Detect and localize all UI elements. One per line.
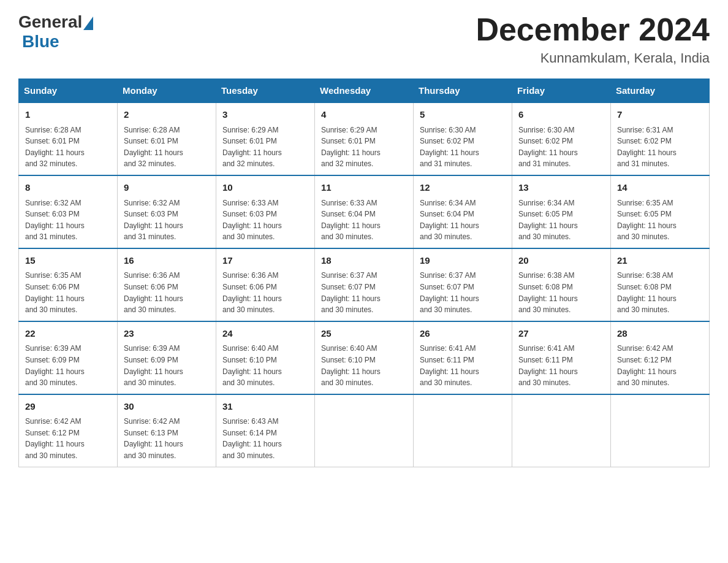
calendar-cell: 25Sunrise: 6:40 AMSunset: 6:10 PMDayligh… (315, 321, 414, 394)
calendar-cell: 27Sunrise: 6:41 AMSunset: 6:11 PMDayligh… (512, 321, 611, 394)
calendar-cell (414, 394, 512, 467)
calendar-cell: 13Sunrise: 6:34 AMSunset: 6:05 PMDayligh… (512, 175, 611, 248)
day-info: Sunrise: 6:34 AMSunset: 6:04 PMDaylight:… (420, 197, 506, 243)
calendar-cell: 19Sunrise: 6:37 AMSunset: 6:07 PMDayligh… (414, 248, 512, 321)
day-info: Sunrise: 6:33 AMSunset: 6:04 PMDaylight:… (321, 197, 407, 243)
month-title: December 2024 (476, 12, 710, 47)
calendar-cell: 29Sunrise: 6:42 AMSunset: 6:12 PMDayligh… (19, 394, 118, 467)
calendar-cell: 11Sunrise: 6:33 AMSunset: 6:04 PMDayligh… (315, 175, 414, 248)
day-number: 10 (222, 181, 308, 195)
calendar-cell: 31Sunrise: 6:43 AMSunset: 6:14 PMDayligh… (216, 394, 315, 467)
calendar-cell: 6Sunrise: 6:30 AMSunset: 6:02 PMDaylight… (512, 102, 611, 175)
weekday-header-thursday: Thursday (414, 79, 512, 103)
logo: General Blue (18, 12, 94, 52)
day-info: Sunrise: 6:36 AMSunset: 6:06 PMDaylight:… (222, 270, 308, 315)
logo-triangle-icon (83, 17, 93, 30)
calendar-week-row-3: 15Sunrise: 6:35 AMSunset: 6:06 PMDayligh… (19, 248, 710, 321)
day-info: Sunrise: 6:32 AMSunset: 6:03 PMDaylight:… (124, 197, 210, 243)
day-number: 29 (25, 400, 111, 414)
day-number: 24 (222, 327, 308, 341)
calendar-cell: 30Sunrise: 6:42 AMSunset: 6:13 PMDayligh… (118, 394, 216, 467)
day-info: Sunrise: 6:38 AMSunset: 6:08 PMDaylight:… (518, 270, 604, 315)
day-number: 15 (25, 254, 111, 268)
day-number: 13 (518, 181, 604, 195)
calendar-cell: 17Sunrise: 6:36 AMSunset: 6:06 PMDayligh… (216, 248, 315, 321)
day-number: 5 (420, 108, 506, 122)
day-info: Sunrise: 6:42 AMSunset: 6:13 PMDaylight:… (124, 416, 210, 461)
calendar-cell (315, 394, 414, 467)
day-info: Sunrise: 6:35 AMSunset: 6:05 PMDaylight:… (617, 197, 703, 243)
day-info: Sunrise: 6:31 AMSunset: 6:02 PMDaylight:… (617, 124, 703, 170)
day-number: 23 (124, 327, 210, 341)
day-info: Sunrise: 6:36 AMSunset: 6:06 PMDaylight:… (124, 270, 210, 315)
day-number: 16 (124, 254, 210, 268)
day-number: 19 (420, 254, 506, 268)
day-info: Sunrise: 6:33 AMSunset: 6:03 PMDaylight:… (222, 197, 308, 243)
day-info: Sunrise: 6:30 AMSunset: 6:02 PMDaylight:… (420, 124, 506, 170)
calendar-week-row-2: 8Sunrise: 6:32 AMSunset: 6:03 PMDaylight… (19, 175, 710, 248)
day-number: 14 (617, 181, 703, 195)
calendar-cell: 12Sunrise: 6:34 AMSunset: 6:04 PMDayligh… (414, 175, 512, 248)
day-info: Sunrise: 6:30 AMSunset: 6:02 PMDaylight:… (518, 124, 604, 170)
day-number: 3 (222, 108, 308, 122)
calendar-cell: 7Sunrise: 6:31 AMSunset: 6:02 PMDaylight… (611, 102, 710, 175)
weekday-header-row: SundayMondayTuesdayWednesdayThursdayFrid… (19, 79, 710, 103)
day-number: 8 (25, 181, 111, 195)
calendar-cell: 18Sunrise: 6:37 AMSunset: 6:07 PMDayligh… (315, 248, 414, 321)
calendar-cell: 28Sunrise: 6:42 AMSunset: 6:12 PMDayligh… (611, 321, 710, 394)
day-info: Sunrise: 6:32 AMSunset: 6:03 PMDaylight:… (25, 197, 111, 243)
calendar-cell: 14Sunrise: 6:35 AMSunset: 6:05 PMDayligh… (611, 175, 710, 248)
day-info: Sunrise: 6:39 AMSunset: 6:09 PMDaylight:… (25, 343, 111, 388)
calendar-table: SundayMondayTuesdayWednesdayThursdayFrid… (18, 79, 710, 467)
day-number: 25 (321, 327, 407, 341)
logo-general-text: General (18, 12, 82, 32)
calendar-week-row-1: 1Sunrise: 6:28 AMSunset: 6:01 PMDaylight… (19, 102, 710, 175)
calendar-cell: 2Sunrise: 6:28 AMSunset: 6:01 PMDaylight… (118, 102, 216, 175)
day-info: Sunrise: 6:37 AMSunset: 6:07 PMDaylight:… (321, 270, 407, 315)
day-number: 26 (420, 327, 506, 341)
calendar-cell: 4Sunrise: 6:29 AMSunset: 6:01 PMDaylight… (315, 102, 414, 175)
day-number: 22 (25, 327, 111, 341)
day-number: 11 (321, 181, 407, 195)
calendar-cell: 21Sunrise: 6:38 AMSunset: 6:08 PMDayligh… (611, 248, 710, 321)
calendar-cell: 16Sunrise: 6:36 AMSunset: 6:06 PMDayligh… (118, 248, 216, 321)
day-info: Sunrise: 6:41 AMSunset: 6:11 PMDaylight:… (518, 343, 604, 388)
logo-blue-text: Blue (22, 32, 59, 51)
day-number: 27 (518, 327, 604, 341)
day-number: 7 (617, 108, 703, 122)
day-info: Sunrise: 6:35 AMSunset: 6:06 PMDaylight:… (25, 270, 111, 315)
day-number: 9 (124, 181, 210, 195)
weekday-header-wednesday: Wednesday (315, 79, 414, 103)
day-info: Sunrise: 6:40 AMSunset: 6:10 PMDaylight:… (321, 343, 407, 388)
day-number: 4 (321, 108, 407, 122)
calendar-cell: 15Sunrise: 6:35 AMSunset: 6:06 PMDayligh… (19, 248, 118, 321)
day-number: 30 (124, 400, 210, 414)
day-info: Sunrise: 6:39 AMSunset: 6:09 PMDaylight:… (124, 343, 210, 388)
page-header: General Blue December 2024 Kunnamkulam, … (18, 12, 710, 66)
weekday-header-monday: Monday (118, 79, 216, 103)
day-info: Sunrise: 6:37 AMSunset: 6:07 PMDaylight:… (420, 270, 506, 315)
day-info: Sunrise: 6:40 AMSunset: 6:10 PMDaylight:… (222, 343, 308, 388)
calendar-cell (611, 394, 710, 467)
calendar-cell: 1Sunrise: 6:28 AMSunset: 6:01 PMDaylight… (19, 102, 118, 175)
day-info: Sunrise: 6:43 AMSunset: 6:14 PMDaylight:… (222, 416, 308, 461)
weekday-header-saturday: Saturday (611, 79, 710, 103)
weekday-header-friday: Friday (512, 79, 611, 103)
day-number: 12 (420, 181, 506, 195)
weekday-header-tuesday: Tuesday (216, 79, 315, 103)
calendar-cell: 8Sunrise: 6:32 AMSunset: 6:03 PMDaylight… (19, 175, 118, 248)
calendar-cell: 9Sunrise: 6:32 AMSunset: 6:03 PMDaylight… (118, 175, 216, 248)
day-info: Sunrise: 6:42 AMSunset: 6:12 PMDaylight:… (25, 416, 111, 461)
day-number: 6 (518, 108, 604, 122)
calendar-cell: 22Sunrise: 6:39 AMSunset: 6:09 PMDayligh… (19, 321, 118, 394)
calendar-cell: 23Sunrise: 6:39 AMSunset: 6:09 PMDayligh… (118, 321, 216, 394)
calendar-cell: 5Sunrise: 6:30 AMSunset: 6:02 PMDaylight… (414, 102, 512, 175)
day-number: 28 (617, 327, 703, 341)
calendar-cell: 20Sunrise: 6:38 AMSunset: 6:08 PMDayligh… (512, 248, 611, 321)
day-number: 17 (222, 254, 308, 268)
calendar-cell: 3Sunrise: 6:29 AMSunset: 6:01 PMDaylight… (216, 102, 315, 175)
day-info: Sunrise: 6:29 AMSunset: 6:01 PMDaylight:… (321, 124, 407, 170)
calendar-cell: 26Sunrise: 6:41 AMSunset: 6:11 PMDayligh… (414, 321, 512, 394)
day-number: 31 (222, 400, 308, 414)
day-info: Sunrise: 6:38 AMSunset: 6:08 PMDaylight:… (617, 270, 703, 315)
